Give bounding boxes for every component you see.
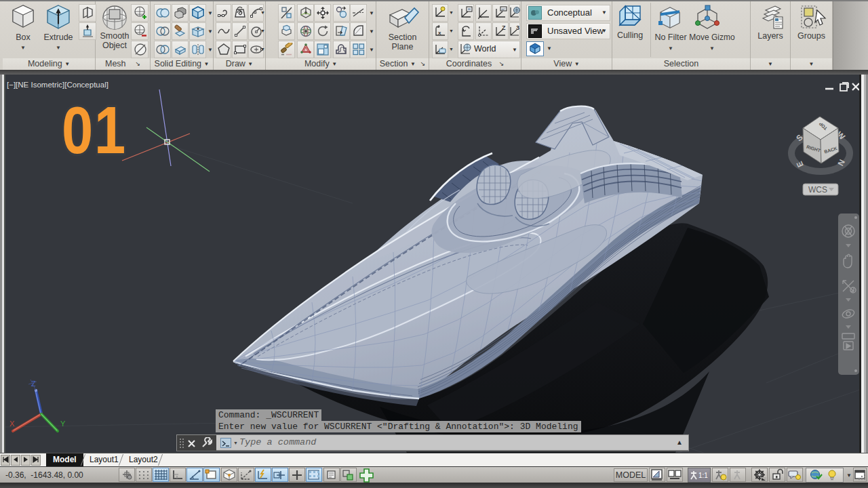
svg-text:Y: Y — [60, 420, 66, 428]
svg-text:Z: Z — [31, 380, 36, 388]
svg-text:WCS: WCS — [808, 185, 827, 195]
svg-text:3: 3 — [516, 24, 519, 31]
svg-text:1:1: 1:1 — [698, 472, 708, 479]
svg-text:X: X — [9, 420, 15, 428]
svg-text:x: x — [438, 30, 441, 36]
svg-text:Z: Z — [502, 24, 506, 31]
svg-text:01: 01 — [62, 92, 127, 167]
